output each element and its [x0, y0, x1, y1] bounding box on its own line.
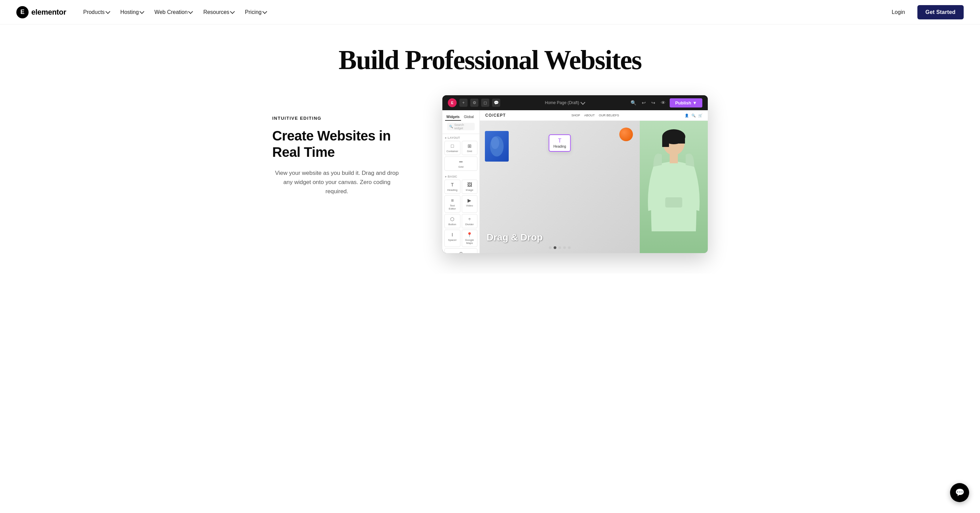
sidebar-content: ▸ Layout □ Container ⊞ Grid ═	[442, 134, 479, 253]
layout-grid: □ Container ⊞ Grid ═ Grid	[442, 141, 479, 173]
grid-label: Grid	[467, 150, 472, 153]
navbar: E elementor Products Hosting Web Creatio…	[0, 0, 980, 24]
page-draft-label: Home Page (Draft)	[545, 100, 579, 105]
elementor-editor-icon: E	[448, 98, 457, 107]
nav-item-web-creation[interactable]: Web Creation	[150, 6, 197, 18]
sidebar-search[interactable]: 🔍 Search widget	[447, 123, 475, 130]
editor-mockup: E + ⚙ ◻ 💬 Home Page (Draft) 🔍 ↩ ↪ 👁 P	[442, 95, 708, 253]
heading-widget-label: Heading	[553, 145, 566, 148]
nav-label-resources: Resources	[203, 9, 229, 15]
widget-text-editor[interactable]: ≡ Text Editor	[444, 195, 460, 213]
hero-title: Build Professional Websites	[16, 45, 964, 75]
website-nav-icons: 👤 🔍 🛒	[685, 114, 702, 118]
main-content: INTUITIVE EDITING Create Websites in Rea…	[245, 82, 735, 273]
video-label: Video	[466, 204, 473, 207]
nav-items: Products Hosting Web Creation Resources …	[78, 6, 271, 18]
divider-label: Divider	[465, 223, 474, 226]
right-column: E + ⚙ ◻ 💬 Home Page (Draft) 🔍 ↩ ↪ 👁 P	[442, 95, 708, 253]
nav-item-resources[interactable]: Resources	[198, 6, 239, 18]
canvas-right-image	[640, 121, 708, 253]
heading-widget-icon: T	[553, 138, 566, 144]
search-icon[interactable]: 🔍	[629, 98, 638, 107]
widget-spacer[interactable]: I Spacer	[444, 230, 460, 247]
undo-icon[interactable]: ↩	[640, 98, 647, 107]
image-icon: 🖼	[467, 182, 472, 187]
container-icon: □	[451, 143, 453, 149]
publish-button[interactable]: Publish ▼	[670, 98, 702, 108]
spacer-label: Spacer	[448, 238, 457, 241]
widget-divider[interactable]: ÷ Divider	[462, 214, 478, 228]
chevron-down-icon	[105, 9, 110, 14]
widget-image[interactable]: 🖼 Image	[462, 179, 478, 194]
dot-1	[549, 246, 552, 249]
nav-item-pricing[interactable]: Pricing	[240, 6, 271, 18]
topbar-left: E + ⚙ ◻ 💬	[448, 98, 500, 107]
svg-rect-4	[662, 137, 669, 147]
blue-sculpture	[485, 131, 509, 162]
widget-google-maps[interactable]: 📍 Google Maps	[462, 230, 478, 247]
drag-drop-text: Drag & Drop	[487, 232, 633, 243]
login-button[interactable]: Login	[886, 6, 910, 18]
redo-icon[interactable]: ↪	[650, 98, 657, 107]
feature-tag: INTUITIVE EDITING	[272, 116, 415, 121]
topbar-right: 🔍 ↩ ↪ 👁 Publish ▼	[629, 98, 702, 108]
topbar-add-btn[interactable]: +	[460, 98, 468, 107]
topbar-chevron-icon	[581, 100, 585, 105]
topbar-chat-btn[interactable]: 💬	[492, 98, 500, 107]
divider-icon: ÷	[468, 216, 471, 222]
editor-topbar: E + ⚙ ◻ 💬 Home Page (Draft) 🔍 ↩ ↪ 👁 P	[442, 95, 708, 110]
google-maps-icon: 📍	[466, 232, 472, 237]
text-editor-label: Text Editor	[446, 204, 459, 210]
chevron-down-icon	[230, 9, 235, 14]
editor-body: Widgets Global 🔍 Search widget ▸ Layout	[442, 110, 708, 253]
website-nav-links: SHOP ABOUT OUR BELIEFS	[571, 114, 619, 117]
nav-item-products[interactable]: Products	[78, 6, 114, 18]
editor-canvas[interactable]: CO/CEPT SHOP ABOUT OUR BELIEFS 👤 🔍 🛒	[480, 110, 708, 253]
widget-container[interactable]: □ Container	[444, 141, 460, 155]
heading-label: Heading	[447, 189, 457, 192]
heading-widget: T Heading	[549, 134, 571, 152]
nav-item-hosting[interactable]: Hosting	[116, 6, 148, 18]
widget-icon[interactable]: ⊙ Icon	[444, 248, 477, 253]
dot-4	[563, 246, 566, 249]
dot-5	[568, 246, 571, 249]
person-image	[640, 121, 708, 253]
person-svg	[643, 122, 705, 252]
tab-global[interactable]: Global	[461, 114, 477, 121]
search-icon: 🔍	[449, 125, 453, 128]
svg-rect-7	[665, 197, 682, 208]
eye-icon[interactable]: 👁	[659, 98, 667, 107]
nav-label-hosting: Hosting	[121, 9, 139, 15]
topbar-center: Home Page (Draft)	[545, 100, 585, 105]
website-nav: CO/CEPT SHOP ABOUT OUR BELIEFS 👤 🔍 🛒	[480, 110, 708, 121]
canvas-left-image: T Heading Drag & Drop	[480, 121, 640, 253]
website-logo: CO/CEPT	[485, 113, 506, 118]
widget-heading[interactable]: T Heading	[444, 179, 460, 194]
basic-grid: T Heading 🖼 Image ≡ Text Editor	[442, 179, 479, 253]
chevron-down-icon	[140, 9, 144, 14]
section-basic-label: ▸ Basic	[442, 173, 479, 179]
widget-grid[interactable]: ⊞ Grid	[462, 141, 478, 155]
editor-sidebar: Widgets Global 🔍 Search widget ▸ Layout	[442, 110, 480, 253]
video-icon: ▶	[468, 198, 471, 203]
get-started-button[interactable]: Get Started	[917, 5, 964, 19]
nav-about: ABOUT	[584, 114, 595, 117]
carousel-dots	[549, 246, 571, 249]
search-icon: 🔍	[692, 114, 695, 118]
topbar-responsive-btn[interactable]: ◻	[481, 98, 489, 107]
cart-icon: 🛒	[698, 114, 702, 118]
widget-grid2[interactable]: ═ Grid	[444, 156, 477, 171]
grid-icon: ⊞	[468, 143, 472, 149]
topbar-settings-btn[interactable]: ⚙	[470, 98, 479, 107]
widget-video[interactable]: ▶ Video	[462, 195, 478, 213]
logo[interactable]: E elementor	[16, 6, 66, 18]
nav-label-products: Products	[83, 9, 105, 15]
widget-button[interactable]: ⬡ Button	[444, 214, 460, 228]
logo-icon: E	[16, 6, 29, 18]
feature-title: Create Websites in Real Time	[272, 127, 415, 160]
tab-widgets[interactable]: Widgets	[445, 114, 461, 121]
left-column: INTUITIVE EDITING Create Websites in Rea…	[272, 95, 415, 196]
svg-point-1	[491, 137, 499, 149]
nav-beliefs: OUR BELIEFS	[599, 114, 619, 117]
chevron-down-icon	[262, 9, 267, 14]
